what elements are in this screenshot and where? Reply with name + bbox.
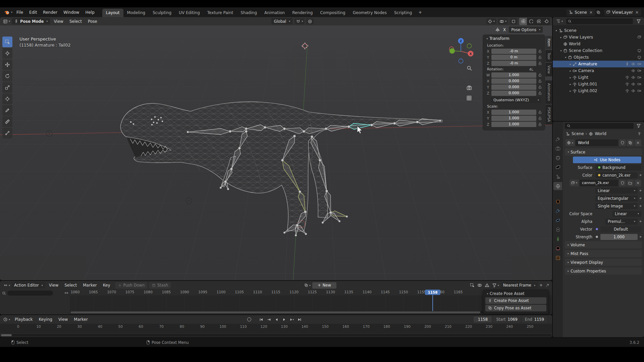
dopesheet-menu[interactable]: View bbox=[46, 282, 61, 289]
outliner-row-armature[interactable]: Armature bbox=[553, 61, 644, 67]
scale-value-field[interactable]: 1.000 bbox=[491, 116, 536, 121]
color-space-select[interactable]: Linear bbox=[612, 211, 641, 217]
props-tab-world[interactable] bbox=[553, 182, 562, 190]
interpolation-select[interactable]: Linear bbox=[595, 188, 638, 194]
end-frame-field[interactable]: End 1159 bbox=[522, 316, 547, 322]
outliner-row-light[interactable]: Light bbox=[553, 74, 644, 81]
lock-icon[interactable] bbox=[538, 49, 542, 53]
props-tab-scene[interactable] bbox=[553, 173, 562, 181]
show-hidden-toggle[interactable] bbox=[476, 282, 483, 288]
props-tab-object-data[interactable] bbox=[553, 235, 562, 243]
corner-action-icon[interactable] bbox=[544, 283, 550, 288]
auto-keying-toggle[interactable] bbox=[247, 317, 251, 321]
editor-type-button[interactable] bbox=[2, 316, 11, 322]
dopesheet-mode-select[interactable]: Action Editor bbox=[12, 282, 45, 289]
workspace-tab[interactable]: Geometry Nodes bbox=[349, 9, 390, 17]
dopesheet-menu[interactable]: Marker bbox=[80, 282, 100, 289]
add-workspace-button[interactable] bbox=[416, 9, 425, 16]
timeline-editor[interactable]: PlaybackKeyingViewMarker 1158 Start 1069… bbox=[0, 315, 552, 337]
render-visibility-icon[interactable] bbox=[637, 69, 641, 73]
decorator-dot[interactable] bbox=[640, 221, 641, 222]
lock-icon[interactable] bbox=[538, 85, 542, 89]
source-select[interactable]: Single Image bbox=[595, 203, 638, 209]
lock-icon[interactable] bbox=[538, 116, 542, 120]
collapsed-panel-header[interactable]: Viewport Display bbox=[565, 259, 642, 266]
scrollbar-handle[interactable] bbox=[70, 311, 480, 313]
tool-measure[interactable] bbox=[2, 116, 12, 127]
next-keyframe-button[interactable] bbox=[289, 316, 295, 322]
scrollbar-handle[interactable] bbox=[1, 334, 12, 336]
world-name-field[interactable]: World bbox=[576, 139, 618, 146]
filter-button[interactable] bbox=[491, 282, 500, 288]
rotation-value-field[interactable]: 1.000 bbox=[491, 72, 536, 78]
decorator-dot[interactable] bbox=[640, 236, 641, 238]
breadcrumb-scene[interactable]: Scene bbox=[572, 131, 584, 136]
collapsed-panel-header[interactable]: Volume bbox=[565, 241, 642, 248]
props-tab-texture[interactable] bbox=[553, 254, 562, 262]
surface-panel-header[interactable]: Surface bbox=[565, 148, 642, 156]
disclosure-icon[interactable] bbox=[568, 63, 573, 66]
lock-icon[interactable] bbox=[538, 122, 542, 126]
monitor-icon[interactable] bbox=[637, 55, 641, 59]
show-gizmo-toggle[interactable] bbox=[486, 18, 496, 24]
scene-selector[interactable]: Scene bbox=[567, 9, 595, 16]
scale-value-field[interactable]: 1.000 bbox=[491, 122, 536, 127]
light-data-icon[interactable] bbox=[625, 75, 629, 79]
decorator-dot[interactable] bbox=[640, 197, 641, 199]
workspace-tab[interactable]: Sculpting bbox=[149, 9, 175, 17]
fake-user-image-button[interactable] bbox=[619, 180, 626, 186]
channel-search[interactable] bbox=[2, 291, 53, 296]
current-frame-badge[interactable]: 1158 bbox=[425, 290, 440, 295]
timeline-menu[interactable]: Marker bbox=[71, 316, 91, 323]
ortho-grid-icon[interactable] bbox=[467, 96, 471, 100]
hide-eye-icon[interactable] bbox=[631, 82, 635, 86]
pose-options-dropdown[interactable]: Pose Options bbox=[509, 26, 543, 33]
disclosure-icon[interactable] bbox=[559, 49, 563, 52]
dope-sheet-body[interactable]: 1060106510701075108010851090109511001105… bbox=[0, 290, 552, 314]
menubar-menu[interactable]: File bbox=[13, 9, 26, 16]
outliner-search-input[interactable] bbox=[566, 18, 633, 24]
lock-icon[interactable] bbox=[538, 61, 542, 65]
light-data-icon[interactable] bbox=[625, 89, 629, 93]
disclosure-icon[interactable] bbox=[564, 56, 568, 59]
monitor-icon[interactable] bbox=[637, 49, 641, 53]
view-layer-selector[interactable]: ViewLayer bbox=[604, 9, 641, 16]
rotation-value-field[interactable]: 0.000 bbox=[491, 84, 536, 90]
viewport-menu[interactable]: Select bbox=[66, 18, 85, 25]
render-visibility-icon[interactable] bbox=[637, 75, 641, 79]
workspace-tab[interactable]: Rendering bbox=[288, 9, 316, 17]
shading-wireframe-button[interactable] bbox=[519, 18, 527, 25]
menubar-menu[interactable]: Window bbox=[60, 9, 82, 16]
image-icon[interactable] bbox=[637, 35, 641, 39]
push-down-button[interactable]: Push Down bbox=[115, 282, 148, 289]
tool-cursor[interactable] bbox=[2, 48, 12, 59]
npanel-tab[interactable]: PSK/PSA bbox=[545, 105, 552, 125]
new-action-button[interactable]: New bbox=[312, 282, 336, 289]
decorator-dot[interactable] bbox=[640, 205, 641, 207]
lock-icon[interactable] bbox=[538, 73, 542, 77]
lock-icon[interactable] bbox=[538, 79, 542, 83]
vector-value-button[interactable]: Default bbox=[600, 226, 641, 232]
play-button[interactable] bbox=[281, 316, 287, 322]
only-selected-toggle[interactable] bbox=[469, 282, 476, 288]
menubar-menu[interactable]: Edit bbox=[26, 9, 40, 16]
browse-action-button[interactable] bbox=[303, 283, 312, 288]
xray-toggle[interactable] bbox=[510, 18, 517, 24]
outliner-row-light-001[interactable]: Light.001 bbox=[553, 81, 644, 87]
scale-value-field[interactable]: 1.000 bbox=[491, 110, 536, 115]
npanel-tab[interactable]: Item bbox=[545, 36, 552, 49]
rotation-mode-dropdown[interactable]: Quaternion (WXYZ) bbox=[491, 97, 541, 103]
collapsed-panel-header[interactable]: Mist Pass bbox=[565, 250, 642, 257]
decorator-dot[interactable] bbox=[640, 174, 641, 176]
blender-menu-button[interactable] bbox=[3, 9, 13, 16]
playhead-line[interactable] bbox=[432, 295, 433, 311]
browse-world-button[interactable] bbox=[566, 139, 575, 146]
dope-sheet-editor[interactable]: Action Editor ViewSelectMarkerKey Push D… bbox=[0, 281, 552, 314]
menubar-menu[interactable]: Help bbox=[82, 9, 97, 16]
render-visibility-icon[interactable] bbox=[637, 89, 641, 93]
light-data-icon[interactable] bbox=[625, 82, 629, 86]
outliner-row-scene[interactable]: Scene bbox=[553, 27, 644, 34]
hide-eye-icon[interactable] bbox=[631, 62, 635, 66]
copy-pose-as-asset-button[interactable]: Copy Pose as Asset bbox=[485, 305, 546, 311]
props-tab-view-layer[interactable] bbox=[553, 163, 562, 171]
